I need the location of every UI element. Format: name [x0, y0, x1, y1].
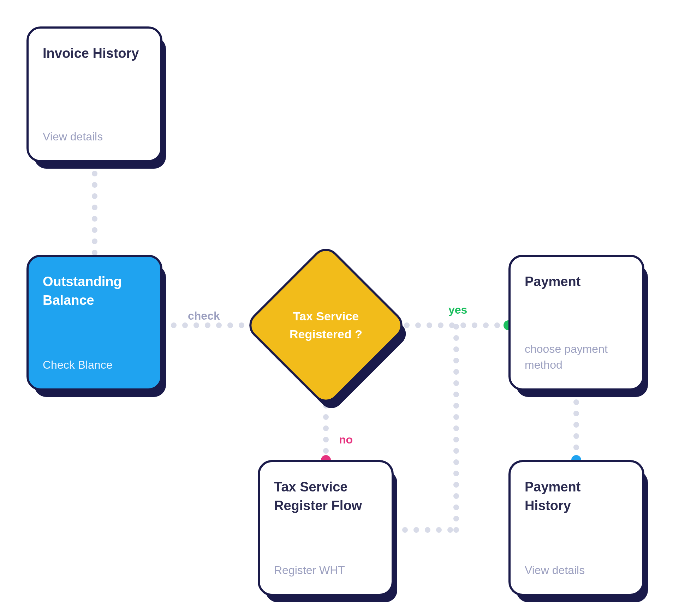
- node-title: Payment: [525, 272, 628, 291]
- edge-label-yes: yes: [448, 303, 467, 316]
- node-subtitle: View details: [525, 562, 628, 578]
- edge-label-check: check: [188, 309, 220, 322]
- node-subtitle: Check Blance: [43, 357, 146, 373]
- node-subtitle: View details: [43, 129, 146, 145]
- node-outstanding-balance[interactable]: Outstanding Balance Check Blance: [26, 255, 162, 391]
- node-subtitle: choose payment method: [525, 341, 628, 373]
- flow-diagram: Invoice History View details Outstanding…: [0, 0, 685, 616]
- node-tax-register-flow[interactable]: Tax Service Register Flow Register WHT: [258, 460, 394, 596]
- node-title: Invoice History: [43, 44, 146, 63]
- node-payment[interactable]: Payment choose payment method: [508, 255, 644, 391]
- node-title: Tax Service Register Flow: [274, 478, 377, 515]
- node-title: Tax Service Registered ?: [268, 267, 384, 384]
- node-subtitle: Register WHT: [274, 562, 377, 578]
- edge-label-no: no: [339, 433, 353, 446]
- node-tax-decision[interactable]: Tax Service Registered ?: [268, 267, 384, 384]
- node-title: Payment History: [525, 478, 628, 515]
- node-payment-history[interactable]: Payment History View details: [508, 460, 644, 596]
- node-invoice-history[interactable]: Invoice History View details: [26, 26, 162, 162]
- node-title: Outstanding Balance: [43, 272, 146, 310]
